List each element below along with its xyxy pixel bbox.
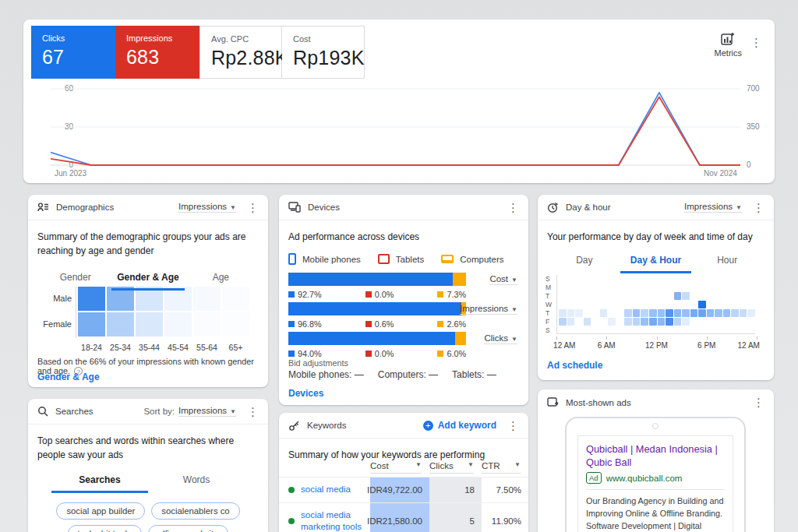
table-row: social media marketing tools IDR21,580.0… — [279, 502, 528, 532]
demographics-card: Demographics Impressions▼ ⋮ Summary of t… — [28, 195, 268, 387]
card-title: Keywords — [307, 421, 347, 430]
metric-label: Avg. CPC — [211, 34, 281, 44]
chevron-down-icon: ▼ — [415, 461, 422, 470]
keywords-table-header: Cost▼ Clicks▼ CTR▼ — [279, 461, 528, 477]
summary-chart-card: Clicks 67 Impressions 683 Avg. CPC Rp2.8… — [23, 19, 775, 183]
tab-day[interactable]: Day — [549, 248, 620, 273]
metric-impressions[interactable]: Impressions 683 — [115, 26, 200, 79]
column-header-cost[interactable]: Cost▼ — [370, 461, 422, 474]
impressions-dropdown[interactable]: Impressions▼ — [460, 304, 517, 315]
timeline-chart — [51, 89, 740, 165]
search-chips: social app builder socialenablers co tec… — [28, 493, 268, 532]
chevron-down-icon: ▼ — [230, 204, 236, 211]
device-frame: Qubicball | Medan Indonesia | Qubic Ball… — [565, 417, 746, 532]
chevron-down-icon: ▼ — [230, 408, 236, 415]
laptop-icon — [441, 255, 454, 263]
demographics-heatmap-grid[interactable] — [78, 287, 249, 336]
metric-avg-cpc[interactable]: Avg. CPC Rp2.88K — [200, 26, 282, 79]
ads-menu-icon[interactable]: ⋮ — [753, 396, 764, 408]
search-chip[interactable]: techy hit tools — [68, 525, 142, 532]
devices-menu-icon[interactable]: ⋮ — [507, 202, 519, 213]
chevron-down-icon: ▼ — [511, 277, 517, 284]
device-bar[interactable] — [288, 273, 466, 286]
card-title: Most-shown ads — [566, 398, 631, 407]
devices-description: Ad performance across devices — [279, 220, 528, 244]
keywords-description: Summary of how your keywords are perform… — [279, 439, 528, 462]
metric-value: 67 — [42, 46, 115, 69]
legend-tablets[interactable]: Tablets — [378, 254, 424, 264]
metrics-button[interactable]: Metrics — [715, 32, 742, 58]
card-title: Day & hour — [566, 203, 611, 212]
day-hour-grid[interactable] — [556, 275, 755, 334]
add-keyword-button[interactable]: + Add keyword — [423, 420, 496, 431]
clicks-bar-group: 94.0% 0.0% 6.0% — [288, 332, 466, 358]
cost-cell: IDR21,580.00 — [370, 503, 429, 532]
search-chip[interactable]: alfi sosmed site — [148, 525, 229, 532]
chevron-down-icon: ▼ — [511, 306, 517, 313]
cost-dropdown[interactable]: Cost▼ — [489, 274, 517, 285]
day-hour-description: Your performance by day of week and time… — [538, 220, 774, 244]
bid-adjustments-label: Bid adjustments — [288, 358, 348, 368]
metrics-chart-plus-icon — [721, 32, 735, 46]
device-bar[interactable] — [288, 302, 466, 315]
gender-age-link[interactable]: Gender & Age — [37, 372, 100, 382]
heatmap-day-labels: SM TW TF S — [546, 275, 553, 335]
keywords-table: Cost▼ Clicks▼ CTR▼ social media IDR49,72… — [279, 461, 528, 532]
devices-legend: Mobile phones Tablets Computers — [279, 244, 528, 265]
clicks-dropdown[interactable]: Clicks▼ — [484, 333, 517, 344]
column-header-ctr[interactable]: CTR▼ — [482, 461, 521, 474]
ad-url: www.qubicball.com — [606, 474, 683, 483]
ad-schedule-link[interactable]: Ad schedule — [547, 360, 602, 371]
devices-card: Devices ⋮ Ad performance across devices … — [279, 195, 528, 405]
tab-words[interactable]: Words — [148, 468, 245, 493]
tab-hour[interactable]: Hour — [691, 248, 763, 273]
keyword-link[interactable]: social media — [301, 484, 351, 496]
table-row: social media IDR49,722.00 18 7.50% — [279, 477, 528, 502]
device-bar[interactable] — [288, 332, 466, 345]
ctr-cell: 11.90% — [482, 503, 528, 532]
metric-value: Rp2.88K — [211, 47, 281, 69]
devices-icon — [288, 202, 301, 213]
metric-cost[interactable]: Cost Rp193K — [282, 26, 365, 79]
cost-bar-group: 92.7% 0.0% 7.3% — [288, 273, 466, 299]
tab-searches[interactable]: Searches — [51, 468, 148, 493]
heatmap-column-labels: 18-2425-34 35-4445-54 55-6465+ — [78, 343, 249, 352]
metric-value: 683 — [126, 46, 200, 69]
devices-link[interactable]: Devices — [288, 388, 323, 399]
metric-value: Rp193K — [293, 47, 364, 69]
search-chip[interactable]: social app builder — [56, 502, 145, 520]
search-icon — [37, 406, 48, 417]
metric-label: Impressions — [126, 33, 200, 43]
ad-preview: Qubicball | Medan Indonesia | Qubic Ball… — [577, 435, 733, 532]
day-hour-metric-dropdown[interactable]: Impressions▼ — [684, 202, 742, 213]
ad-badge: Ad — [586, 472, 602, 484]
day-hour-menu-icon[interactable]: ⋮ — [753, 202, 764, 213]
x-axis-start-label: Jun 2023 — [55, 169, 87, 178]
bar-labels: 96.8% 0.6% 2.6% — [288, 319, 466, 329]
keywords-menu-icon[interactable]: ⋮ — [507, 420, 519, 432]
summary-menu-icon[interactable]: ⋮ — [750, 37, 762, 48]
column-header-clicks[interactable]: Clicks▼ — [429, 461, 474, 474]
day-hour-tabs: Day Day & Hour Hour — [549, 248, 763, 273]
right-axis-tick: 350 — [747, 122, 773, 131]
searches-sort-dropdown[interactable]: Impressions▼ — [178, 406, 236, 417]
ad-title-link[interactable]: Qubicball | Medan Indonesia | Qubic Ball — [586, 443, 725, 469]
metric-clicks[interactable]: Clicks 67 — [31, 26, 115, 79]
right-axis-tick: 0 — [747, 160, 773, 169]
demographics-metric-dropdown[interactable]: Impressions▼ — [178, 202, 236, 213]
cost-cell: IDR49,722.00 — [370, 477, 429, 502]
demographics-menu-icon[interactable]: ⋮ — [247, 202, 259, 213]
bid-adjustments-values: Mobile phones: — Computers: — Tablets: — — [288, 369, 496, 380]
search-chip[interactable]: socialenablers co — [151, 502, 239, 520]
keyword-link[interactable]: social media marketing tools — [301, 509, 367, 532]
searches-menu-icon[interactable]: ⋮ — [247, 406, 259, 417]
legend-computers[interactable]: Computers — [441, 255, 503, 264]
right-axis-tick: 700 — [747, 84, 773, 93]
plus-icon: + — [423, 421, 433, 431]
metric-label: Cost — [293, 34, 364, 44]
tab-day-hour[interactable]: Day & Hour — [620, 248, 692, 273]
chevron-down-icon: ▼ — [736, 204, 742, 211]
clicks-cell: 5 — [429, 503, 482, 532]
legend-mobile-phones[interactable]: Mobile phones — [288, 253, 361, 265]
bar-labels: 94.0% 0.0% 6.0% — [288, 349, 466, 358]
